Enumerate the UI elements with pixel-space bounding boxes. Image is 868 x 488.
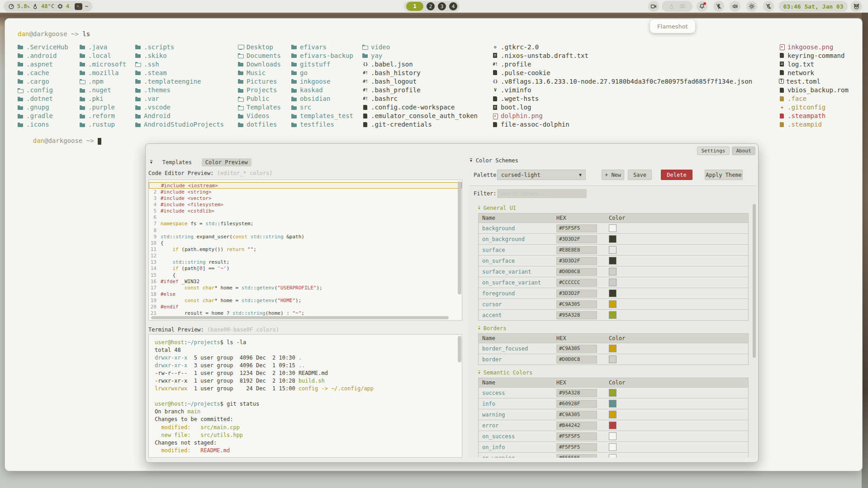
new-palette-button[interactable]: + New	[602, 170, 624, 180]
color-row: warning#C9A305	[479, 409, 748, 420]
tab-color-preview[interactable]: Color Preview	[202, 158, 251, 166]
hex-input[interactable]: #CCCCCC	[556, 279, 597, 287]
color-swatch[interactable]	[609, 300, 617, 308]
doc-icon	[362, 104, 369, 110]
ls-column-2: .java.local.microsoft.mozilla.npm.nuget.…	[80, 43, 126, 129]
folder-icon	[18, 96, 24, 102]
color-swatch[interactable]	[609, 432, 617, 440]
ls-item: network	[779, 68, 849, 77]
section-header[interactable]: ▼Semantic Colors	[478, 369, 749, 377]
clock-widget[interactable]: 03:46 Sat, Jan 03	[779, 1, 848, 12]
ls-item: Public	[238, 95, 281, 103]
collapse-schemes-icon[interactable]: ▼	[470, 158, 472, 163]
section-header[interactable]: ▼General UI	[478, 204, 749, 212]
code-horizontal-scrollbar[interactable]	[151, 316, 449, 319]
color-swatch[interactable]	[609, 279, 617, 286]
color-swatch[interactable]	[609, 411, 617, 418]
doc-icon	[492, 122, 498, 128]
ls-item: .pulse-cookie	[492, 68, 752, 77]
folder-icon	[80, 122, 86, 128]
hex-input[interactable]: #95A328	[556, 311, 597, 319]
color-swatch[interactable]	[609, 400, 617, 407]
color-swatch[interactable]	[609, 289, 617, 297]
notifications-button[interactable]	[697, 1, 707, 12]
ls-item: .mozilla	[80, 68, 126, 77]
hex-input[interactable]: #D0D0C8	[556, 355, 597, 364]
volume-button[interactable]	[730, 1, 740, 12]
section-header[interactable]: ▼Borders	[478, 324, 749, 332]
workspace-1-active[interactable]: 1	[406, 2, 423, 11]
theme-editor-dialog[interactable]: Settings About ▼ Templates Color Preview…	[145, 143, 759, 463]
night-light-button[interactable]	[763, 1, 774, 12]
ls-item: #!.bash_logout	[362, 77, 478, 85]
hex-input[interactable]: #F5F5F5	[556, 443, 597, 451]
hex-input[interactable]: #F5F5F5	[556, 432, 597, 441]
hex-input[interactable]: #C9A305	[556, 411, 597, 419]
hex-input[interactable]: #3D3D2F	[556, 289, 597, 298]
hex-input[interactable]: #3D3D2F	[556, 257, 597, 265]
brightness-button[interactable]	[746, 1, 757, 12]
code-vertical-scrollbar[interactable]	[458, 181, 461, 294]
code-editor-preview[interactable]: 1#include <iostream>2#include <string>3#…	[148, 180, 462, 321]
screenshot-tools-group[interactable]	[662, 1, 693, 12]
workspace-4[interactable]: 4	[449, 2, 457, 10]
color-swatch[interactable]	[609, 235, 617, 243]
terminal-goose-icon: >_	[75, 3, 82, 10]
color-row: on_surface_variant#CCCCCC	[479, 277, 748, 288]
hex-input[interactable]: #95A328	[556, 389, 597, 397]
color-swatch[interactable]	[609, 422, 617, 429]
collapse-section-icon[interactable]: ▼	[478, 371, 480, 375]
color-swatch[interactable]	[609, 246, 617, 254]
color-table-scroll-area[interactable]: Filter: ▼General UINameHEXColorbackgroun…	[469, 185, 757, 458]
color-swatch[interactable]	[609, 443, 617, 451]
doc-icon	[779, 96, 785, 102]
palette-select[interactable]: cursed-light ▼	[497, 170, 586, 180]
terminal-launcher[interactable]: >_ ~	[71, 1, 92, 12]
ls-item: #!.bashrc	[362, 95, 478, 103]
filter-input[interactable]	[497, 189, 587, 198]
folder-icon	[238, 122, 244, 128]
color-swatch[interactable]	[609, 345, 617, 352]
color-swatch[interactable]	[609, 257, 617, 265]
bluetooth-button[interactable]	[713, 1, 724, 12]
settings-button[interactable]: Settings	[697, 147, 730, 155]
save-palette-button[interactable]: Save	[628, 170, 652, 180]
color-swatch[interactable]	[609, 311, 617, 319]
terminal-preview[interactable]: user@host:~/projects$ ls -latotal 48drwx…	[148, 334, 462, 458]
hex-input[interactable]: #F5F5F5	[556, 454, 597, 458]
about-button[interactable]: About	[732, 147, 755, 155]
collapse-section-icon[interactable]: ▼	[478, 206, 480, 210]
hex-input[interactable]: #B44242	[556, 422, 597, 430]
hex-input[interactable]: #F5F5F5	[556, 224, 597, 232]
color-swatch[interactable]	[609, 224, 617, 232]
workspace-3[interactable]: 3	[438, 2, 446, 10]
color-swatch[interactable]	[609, 389, 617, 397]
hex-input[interactable]: #E8E8E8	[556, 246, 597, 254]
collapse-section-icon[interactable]: ▼	[478, 327, 480, 331]
screen-record-button[interactable]	[648, 1, 659, 12]
color-name: border	[479, 356, 556, 363]
hex-input[interactable]: #D0D0C8	[556, 268, 597, 276]
color-swatch[interactable]	[609, 355, 617, 363]
delete-palette-button[interactable]: Delete	[661, 170, 693, 180]
hex-input[interactable]: #C9A305	[556, 300, 597, 308]
folder-icon	[238, 70, 244, 76]
hex-input[interactable]: #60928F	[556, 400, 597, 408]
color-name: on_surface	[479, 258, 556, 264]
power-menu-button[interactable]	[850, 1, 862, 12]
tab-templates[interactable]: Templates	[159, 158, 195, 166]
color-swatch[interactable]	[609, 268, 617, 275]
collapse-preview-icon[interactable]: ▼	[150, 160, 152, 165]
color-name: foreground	[479, 290, 556, 297]
color-swatch[interactable]	[609, 454, 617, 458]
schemes-scrollbar[interactable]	[753, 204, 756, 358]
color-name: success	[479, 390, 556, 396]
hex-input[interactable]: #3D3D2F	[556, 235, 597, 243]
top-panel: 5.8% 48°C 4.7G >_ ~ 1 2 3 4 03:46 Sat, J…	[0, 0, 868, 13]
apply-theme-button[interactable]: Apply Theme	[705, 170, 743, 180]
ls-item: .var	[135, 95, 224, 103]
ls-item: gitstuff	[291, 60, 353, 68]
terminal-vertical-scrollbar[interactable]	[458, 336, 461, 362]
workspace-2[interactable]: 2	[427, 2, 435, 10]
hex-input[interactable]: #C9A305	[556, 345, 597, 353]
